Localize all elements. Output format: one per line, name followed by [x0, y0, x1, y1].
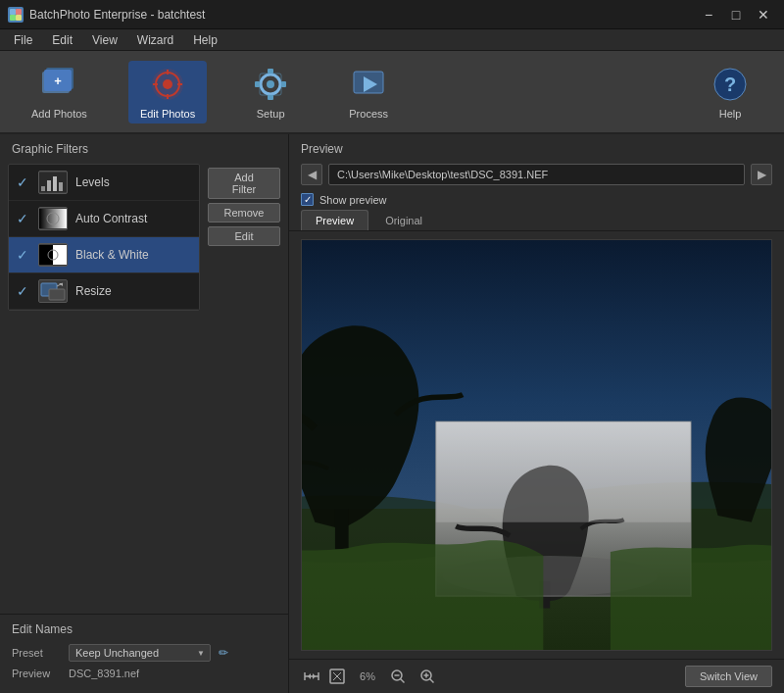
- toolbar-setup-label: Setup: [257, 108, 285, 120]
- toolbar-help-label: Help: [719, 108, 742, 120]
- toolbar-edit-photos[interactable]: Edit Photos: [128, 61, 207, 124]
- svg-text:+: +: [55, 74, 63, 88]
- svg-rect-29: [53, 176, 57, 191]
- tab-original[interactable]: Original: [370, 210, 437, 230]
- svg-rect-34: [53, 245, 67, 265]
- minimize-button[interactable]: −: [696, 5, 721, 25]
- filter-levels[interactable]: ✓ Levels: [9, 165, 199, 201]
- svg-line-64: [430, 679, 434, 683]
- preview-image-area: [301, 239, 772, 651]
- add-photos-icon: +: [39, 65, 78, 104]
- svg-rect-37: [49, 289, 65, 300]
- preview-label: Preview: [12, 668, 61, 679]
- filter-resize[interactable]: ✓ Resize: [9, 273, 199, 310]
- svg-rect-19: [268, 95, 273, 100]
- svg-rect-2: [10, 15, 16, 21]
- help-icon: ?: [710, 65, 750, 104]
- svg-marker-54: [313, 673, 316, 679]
- menu-wizard[interactable]: Wizard: [127, 31, 183, 49]
- tab-preview[interactable]: Preview: [301, 210, 368, 230]
- edit-names-header: Edit Names: [12, 622, 276, 636]
- toolbar-process-label: Process: [349, 108, 388, 120]
- toolbar-add-photos[interactable]: + Add Photos: [20, 61, 99, 124]
- toolbar: + Add Photos Edit Photos: [0, 51, 784, 134]
- svg-rect-44: [335, 509, 349, 549]
- preset-label: Preset: [12, 647, 61, 659]
- file-path-input[interactable]: [328, 164, 745, 185]
- fit-icons: [301, 666, 348, 687]
- toolbar-help[interactable]: ? Help: [696, 61, 764, 124]
- preview-canvas: [302, 240, 771, 650]
- menu-file[interactable]: File: [4, 31, 42, 49]
- fit-all-button[interactable]: [326, 666, 348, 687]
- svg-point-10: [163, 79, 172, 89]
- nav-prev-button[interactable]: ◀: [301, 164, 322, 185]
- fit-width-button[interactable]: [301, 666, 322, 687]
- levels-name: Levels: [75, 175, 110, 189]
- resize-icon: [38, 279, 68, 303]
- edit-pencil-icon[interactable]: ✏: [219, 646, 228, 660]
- svg-rect-1: [16, 9, 22, 15]
- toolbar-add-photos-label: Add Photos: [31, 108, 87, 120]
- filter-black-white[interactable]: ✓ Black & White: [9, 237, 199, 273]
- menu-bar: File Edit View Wizard Help: [0, 29, 784, 51]
- remove-button[interactable]: Remove: [208, 203, 280, 223]
- preset-row: Preset Keep Unchanged Custom ✏: [12, 644, 276, 662]
- filter-auto-contrast[interactable]: ✓ Auto Con: [9, 201, 199, 237]
- nav-next-button[interactable]: ▶: [751, 164, 772, 185]
- edit-photos-icon: [148, 65, 187, 104]
- edit-button[interactable]: Edit: [208, 226, 280, 246]
- levels-check: ✓: [17, 174, 30, 190]
- svg-rect-30: [59, 182, 63, 191]
- black-white-check: ✓: [17, 247, 30, 263]
- levels-icon: [38, 171, 68, 194]
- app-title: BatchPhoto Enterprise - batchtest: [29, 8, 205, 22]
- resize-check: ✓: [17, 283, 30, 299]
- preview-header: Preview: [289, 134, 784, 160]
- preview-filename: DSC_8391.nef: [69, 668, 139, 679]
- right-panel: Preview ◀ ▶ ✓ Show preview Preview Origi…: [289, 134, 784, 693]
- svg-rect-28: [47, 180, 51, 191]
- svg-rect-31: [39, 209, 67, 228]
- auto-contrast-name: Auto Contrast: [75, 212, 147, 225]
- show-preview-checkbox[interactable]: ✓: [301, 193, 314, 206]
- filters-list: ✓ Levels ✓: [8, 164, 200, 311]
- preview-nav: ◀ ▶: [289, 160, 784, 189]
- title-bar: BatchPhoto Enterprise - batchtest − □ ✕: [0, 0, 784, 29]
- menu-view[interactable]: View: [82, 31, 127, 49]
- svg-text:?: ?: [724, 74, 736, 95]
- black-white-name: Black & White: [75, 248, 149, 262]
- toolbar-setup[interactable]: Setup: [236, 61, 305, 124]
- toolbar-process[interactable]: Process: [334, 61, 403, 124]
- preview-row: Preview DSC_8391.nef: [12, 668, 276, 679]
- svg-rect-20: [255, 81, 260, 87]
- svg-rect-48: [436, 421, 691, 522]
- app-icon: [8, 7, 24, 23]
- left-panel: Graphic Filters ✓ Levels: [0, 134, 289, 693]
- close-button[interactable]: ✕: [751, 5, 776, 25]
- preview-tabs: Preview Original: [289, 210, 784, 231]
- edit-names-section: Edit Names Preset Keep Unchanged Custom …: [0, 614, 288, 693]
- menu-help[interactable]: Help: [183, 31, 227, 49]
- add-filter-button[interactable]: Add Filter: [208, 168, 280, 199]
- resize-name: Resize: [75, 284, 112, 298]
- zoom-out-button[interactable]: [387, 666, 409, 687]
- maximize-button[interactable]: □: [723, 5, 749, 25]
- switch-view-button[interactable]: Switch View: [685, 666, 772, 687]
- setup-icon: [251, 65, 290, 104]
- main-layout: Graphic Filters ✓ Levels: [0, 134, 784, 693]
- svg-rect-33: [39, 245, 53, 265]
- preview-image-svg: [302, 240, 771, 650]
- preset-select-wrapper: Keep Unchanged Custom: [69, 644, 211, 662]
- preset-select[interactable]: Keep Unchanged Custom: [69, 644, 211, 662]
- show-preview-row: ✓ Show preview: [289, 189, 784, 210]
- bottom-bar: 6% Switch View: [289, 659, 784, 693]
- svg-rect-3: [16, 15, 22, 21]
- menu-edit[interactable]: Edit: [42, 31, 82, 49]
- svg-rect-21: [281, 81, 286, 87]
- zoom-in-button[interactable]: [416, 666, 438, 687]
- svg-rect-18: [268, 69, 273, 74]
- window-controls: − □ ✕: [696, 5, 776, 25]
- graphic-filters-header: Graphic Filters: [0, 134, 288, 160]
- toolbar-edit-photos-label: Edit Photos: [140, 108, 195, 120]
